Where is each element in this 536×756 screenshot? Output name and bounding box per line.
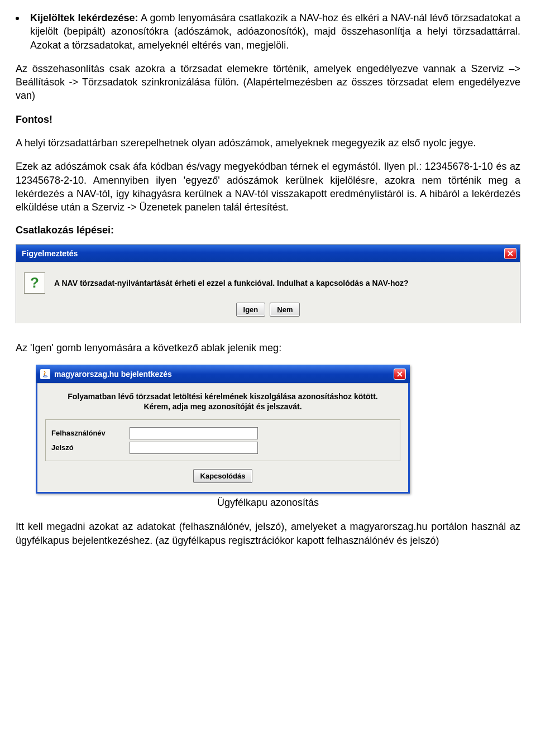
fontos-heading: Fontos! [16,113,520,126]
username-input[interactable] [130,427,258,439]
bullet-marker [16,17,19,20]
login-dialog-message: Folyamatban lévő törzsadat letöltési kér… [45,391,400,412]
login-dialog: magyarorszag.hu bejelentkezés Folyamatba… [36,365,410,494]
yes-button[interactable]: Igen [236,303,266,317]
bullet-paragraph: Kijelöltek lekérdezése: A gomb lenyomásá… [30,11,520,52]
warning-dialog: Figyelmeztetés ? A NAV törzsadat-nyilván… [16,244,520,323]
paragraph-5: Itt kell megadni azokat az adatokat (fel… [16,520,520,547]
paragraph-2: Az összehasonlítás csak azokra a törzsad… [16,62,520,103]
java-icon [40,369,50,379]
close-button[interactable] [394,369,406,380]
connect-button[interactable]: Kapcsolódás [193,469,253,483]
bullet-title: Kijelöltek lekérdezése: [30,12,138,23]
login-dialog-titlebar: magyarorszag.hu bejelentkezés [36,365,410,383]
question-icon: ? [24,272,45,294]
warning-dialog-titlebar: Figyelmeztetés [16,245,520,262]
steps-heading: Csatlakozás lépései: [16,224,520,236]
paragraph-3: A helyi törzsadattárban szerepelhetnek o… [16,136,520,150]
password-label: Jelszó [51,443,130,452]
login-dialog-body: Folyamatban lévő törzsadat letöltési kér… [37,383,408,492]
close-icon [507,250,514,257]
username-label: Felhasználónév [51,429,130,437]
paragraph-4: Ezek az adószámok csak áfa kódban és/vag… [16,160,520,214]
close-icon [396,371,403,377]
after-dialog1-text: Az 'Igen' gomb lenyomására a következő a… [16,341,520,355]
login-form: Felhasználónév Jelszó [45,419,400,461]
login-dialog-title: magyarorszag.hu bejelentkezés [54,370,172,379]
warning-dialog-message: A NAV törzsadat-nyilvántartását érheti e… [54,279,409,288]
bullet-item: Kijelöltek lekérdezése: A gomb lenyomásá… [16,11,520,62]
warning-dialog-body: ? A NAV törzsadat-nyilvántartását érheti… [16,262,520,323]
close-button[interactable] [504,248,516,259]
login-caption: Ügyfélkapu azonosítás [16,497,520,509]
warning-dialog-title: Figyelmeztetés [22,249,78,258]
password-input[interactable] [130,442,258,454]
svg-point-2 [43,376,47,377]
no-button[interactable]: Nem [270,303,300,317]
